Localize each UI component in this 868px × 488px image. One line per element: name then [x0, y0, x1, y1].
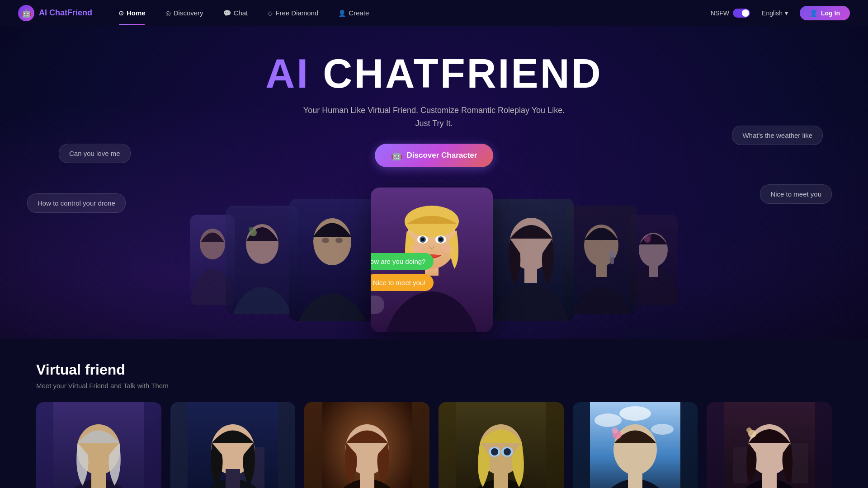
virtual-friend-section: Virtual friend Meet your Virtual Friend … [0, 339, 868, 488]
char-card-left[interactable] [289, 199, 375, 321]
characters-row: How are you doing? Nice to meet you! ··· [0, 181, 868, 339]
nav-item-home[interactable]: ⊙ Home [110, 6, 154, 19]
login-label: Log In [821, 9, 840, 17]
chat-area: How are you doing? Nice to meet you! ··· [371, 253, 434, 314]
logo[interactable]: 🤖 AI ChatFriend [18, 5, 92, 21]
nsfw-label: NSFW [711, 9, 729, 17]
nav-label-home: Home [127, 9, 146, 17]
toggle-knob [742, 9, 749, 17]
discover-btn-label: Discover Character [407, 151, 477, 160]
language-selector[interactable]: English ▾ [758, 8, 792, 19]
svg-point-65 [504, 448, 511, 455]
discover-btn-icon: 🤖 [391, 150, 402, 161]
friend-card-1[interactable] [36, 402, 161, 488]
char-card-right2[interactable] [565, 206, 637, 314]
svg-rect-77 [733, 447, 747, 483]
friend-card-5[interactable] [573, 402, 698, 488]
hero-title: AI CHATFRIEND [265, 53, 602, 94]
logo-text: AI ChatFriend [39, 8, 92, 18]
discover-character-button[interactable]: 🤖 Discover Character [375, 144, 494, 167]
home-icon: ⊙ [118, 9, 124, 17]
svg-point-7 [249, 227, 253, 231]
section-title-virtual: Virtual friend [36, 361, 832, 378]
friend-card-2[interactable] [170, 402, 296, 488]
discovery-icon: ◎ [165, 9, 171, 17]
friend-card-6[interactable] [707, 402, 832, 488]
svg-point-25 [441, 245, 454, 252]
svg-point-11 [322, 238, 329, 243]
svg-point-35 [609, 250, 615, 258]
svg-point-69 [619, 406, 651, 421]
svg-rect-51 [226, 469, 240, 488]
hero-section: Can you love me How to control your dron… [0, 26, 868, 339]
chevron-down-icon: ▾ [785, 9, 788, 17]
svg-point-67 [594, 413, 622, 427]
char-card-left2[interactable] [226, 206, 298, 314]
nsfw-control: NSFW [711, 9, 750, 18]
nav-item-free-diamond[interactable]: ◇ Free Diamond [259, 6, 326, 19]
chat-icon: 💬 [223, 9, 231, 17]
svg-point-83 [746, 427, 752, 433]
friend-card-4[interactable] [439, 402, 564, 488]
login-button[interactable]: 👤 Log In [800, 6, 850, 20]
svg-point-68 [651, 424, 674, 435]
language-label: English [762, 9, 783, 17]
char-card-center[interactable]: How are you doing? Nice to meet you! ··· [371, 188, 493, 332]
login-icon: 👤 [810, 9, 817, 17]
section-subtitle-virtual: Meet your Virtual Friend and Talk with T… [36, 382, 832, 389]
char-card-right[interactable] [488, 199, 574, 321]
navigation: 🤖 AI ChatFriend ⊙ Home ◎ Discovery 💬 Cha… [0, 0, 868, 26]
logo-icon: 🤖 [18, 5, 34, 21]
chat-bubble-greeting: How are you doing? [371, 253, 434, 270]
hero-title-ai: AI [265, 51, 310, 96]
svg-point-24 [410, 245, 422, 252]
svg-point-41 [647, 234, 651, 239]
chat-bubble-response: Nice to meet you! [371, 274, 434, 291]
nav-label-create: Create [349, 9, 369, 17]
nav-item-create[interactable]: 👤 Create [330, 6, 377, 19]
logo-ai: AI [39, 8, 49, 17]
nav-right: NSFW English ▾ 👤 Log In [711, 6, 850, 20]
friend-card-3[interactable] [304, 402, 429, 488]
hero-title-name: CHATFRIEND [310, 51, 602, 96]
diamond-icon: ◇ [268, 9, 273, 17]
friend-cards-grid [36, 402, 832, 488]
chat-bubble-typing: ··· [371, 296, 384, 314]
svg-point-23 [439, 238, 443, 241]
create-icon: 👤 [338, 9, 346, 17]
hero-subtitle: Your Human Like Virtual Friend. Customiz… [303, 104, 565, 130]
svg-point-12 [335, 238, 343, 243]
floating-bubble-weather: What's the weather like [732, 126, 823, 145]
nsfw-toggle-switch[interactable] [733, 9, 750, 18]
nav-items: ⊙ Home ◎ Discovery 💬 Chat ◇ Free Diamond… [110, 6, 711, 19]
svg-point-22 [421, 238, 425, 241]
svg-point-74 [612, 427, 618, 434]
nav-label-chat: Chat [234, 9, 248, 17]
svg-rect-78 [792, 443, 808, 483]
nav-item-chat[interactable]: 💬 Chat [215, 6, 256, 19]
svg-point-64 [491, 448, 498, 455]
nav-label-diamond: Free Diamond [275, 9, 318, 17]
nav-label-discovery: Discovery [174, 9, 203, 17]
floating-bubble-love: Can you love me [59, 144, 131, 163]
nav-item-discovery[interactable]: ◎ Discovery [157, 6, 212, 19]
